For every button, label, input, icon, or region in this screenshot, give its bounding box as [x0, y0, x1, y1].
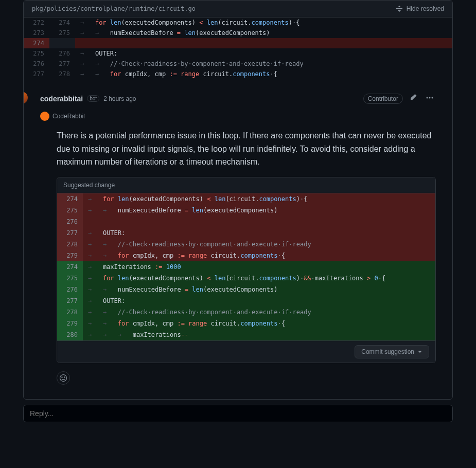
- code-line[interactable]: [75, 38, 452, 48]
- code-line: → → //·Check·readiness·by·component·and·…: [83, 239, 435, 250]
- svg-point-3: [60, 374, 67, 381]
- line-number: 275: [57, 273, 83, 284]
- code-line[interactable]: → → for cmpIdx, cmp := range circuit.com…: [75, 69, 452, 79]
- suggestion-add-row: 277→ OUTER:: [57, 295, 435, 307]
- line-number: 279: [57, 250, 83, 261]
- code-line: → OUTER:: [83, 227, 435, 239]
- reply-input[interactable]: [23, 405, 453, 422]
- diff-row: 277278→ → for cmpIdx, cmp := range circu…: [24, 69, 452, 79]
- hide-resolved-label: Hide resolved: [407, 5, 444, 12]
- code-line[interactable]: → OUTER:: [75, 48, 452, 59]
- code-line: → for len(executedComponents) < len(circ…: [83, 193, 435, 205]
- line-number-new[interactable]: [49, 38, 75, 48]
- diff-row: 273275→ → numExecutedBefore = len(execut…: [24, 28, 452, 38]
- suggestion-box: Suggested change 274→ for len(executedCo…: [57, 177, 436, 363]
- brand-label: CodeRabbit: [52, 113, 85, 120]
- line-number: 277: [57, 295, 83, 307]
- line-number-old[interactable]: 277: [24, 69, 49, 79]
- code-line: → for len(executedComponents) < len(circ…: [83, 273, 435, 284]
- suggestion-del-row: 279→ → for cmpIdx, cmp := range circuit.…: [57, 250, 435, 261]
- code-line: [83, 216, 435, 227]
- line-number-new[interactable]: 276: [49, 48, 75, 59]
- code-line: → → //·Check·readiness·by·component·and·…: [83, 307, 435, 318]
- line-number: 276: [57, 216, 83, 227]
- rabbit-icon: [40, 112, 49, 121]
- line-number-new[interactable]: 277: [49, 59, 75, 69]
- svg-point-1: [429, 97, 431, 99]
- svg-point-0: [427, 97, 428, 99]
- chevron-down-icon: [417, 349, 422, 354]
- line-number-old[interactable]: 273: [24, 28, 49, 38]
- suggestion-add-row: 276→ → numExecutedBefore = len(executedC…: [57, 284, 435, 295]
- line-number: 280: [57, 329, 83, 340]
- suggestion-add-row: 275→ for len(executedComponents) < len(c…: [57, 273, 435, 284]
- file-header: pkg/policies/controlplane/runtime/circui…: [24, 1, 452, 17]
- suggestion-header: Suggested change: [57, 177, 435, 193]
- hide-resolved-button[interactable]: Hide resolved: [395, 5, 444, 13]
- code-line: → OUTER:: [83, 295, 435, 307]
- kebab-icon[interactable]: [424, 92, 436, 105]
- suggestion-add-row: 279→ → for cmpIdx, cmp := range circuit.…: [57, 318, 435, 329]
- diff-row: 272274→ for len(executedComponents) < le…: [24, 17, 452, 28]
- line-number: 279: [57, 318, 83, 329]
- line-number: 278: [57, 307, 83, 318]
- line-number-old[interactable]: 274: [24, 38, 49, 48]
- line-number: 278: [57, 239, 83, 250]
- bot-badge: bot: [87, 95, 99, 102]
- suggestion-del-row: 278→ → //·Check·readiness·by·component·a…: [57, 239, 435, 250]
- smiley-icon: [59, 374, 67, 382]
- comment-timestamp[interactable]: 2 hours ago: [103, 95, 136, 102]
- code-line: → → → maxIterations--: [83, 329, 435, 340]
- review-thread: pkg/policies/controlplane/runtime/circui…: [23, 0, 453, 400]
- add-reaction-button[interactable]: [57, 371, 70, 385]
- comment-author[interactable]: coderabbitai: [40, 95, 83, 103]
- line-number-old[interactable]: 275: [24, 48, 49, 59]
- comment-container: coderabbitai bot 2 hours ago Contributor…: [24, 79, 452, 399]
- suggestion-del-row: 276: [57, 216, 435, 227]
- svg-point-2: [432, 97, 433, 99]
- collapse-icon: [395, 5, 403, 13]
- line-number-old[interactable]: 276: [24, 59, 49, 69]
- code-line: → → numExecutedBefore = len(executedComp…: [83, 205, 435, 216]
- line-number-new[interactable]: 275: [49, 28, 75, 38]
- code-line: → maxIterations := 1000: [83, 261, 435, 273]
- diff-row: 275276→ OUTER:: [24, 48, 452, 59]
- comment-header: coderabbitai bot 2 hours ago Contributor: [32, 87, 444, 105]
- comment-text: There is a potential performance issue i…: [32, 129, 444, 177]
- code-line[interactable]: → → //·Check·readiness·by·component·and·…: [75, 59, 452, 69]
- suggestion-del-row: 277→ OUTER:: [57, 227, 435, 239]
- file-path[interactable]: pkg/policies/controlplane/runtime/circui…: [32, 5, 196, 12]
- coderabbit-brand[interactable]: CodeRabbit: [32, 112, 444, 121]
- commit-suggestion-button[interactable]: Commit suggestion: [355, 345, 429, 358]
- suggestion-footer: Commit suggestion: [57, 340, 435, 363]
- diff-row: 274: [24, 38, 452, 48]
- diff-row: 276277→ → //·Check·readiness·by·componen…: [24, 59, 452, 69]
- code-line: → → for cmpIdx, cmp := range circuit.com…: [83, 318, 435, 329]
- line-number: 274: [57, 261, 83, 273]
- reply-box: [23, 405, 453, 422]
- line-number-old[interactable]: 272: [24, 17, 49, 28]
- contributor-badge: Contributor: [363, 94, 403, 104]
- svg-point-5: [64, 377, 65, 377]
- code-line[interactable]: → → numExecutedBefore = len(executedComp…: [75, 28, 452, 38]
- line-number: 277: [57, 227, 83, 239]
- suggestion-add-row: 278→ → //·Check·readiness·by·component·a…: [57, 307, 435, 318]
- line-number: 275: [57, 205, 83, 216]
- code-line[interactable]: → for len(executedComponents) < len(circ…: [75, 17, 452, 28]
- avatar[interactable]: [23, 92, 28, 104]
- line-number-new[interactable]: 278: [49, 69, 75, 79]
- suggestion-table: 274→ for len(executedComponents) < len(c…: [57, 193, 435, 340]
- line-number: 274: [57, 193, 83, 205]
- line-number-new[interactable]: 274: [49, 17, 75, 28]
- code-line: → → numExecutedBefore = len(executedComp…: [83, 284, 435, 295]
- suggestion-add-row: 274→ maxIterations := 1000: [57, 261, 435, 273]
- commit-label: Commit suggestion: [361, 348, 414, 355]
- edit-icon[interactable]: [407, 92, 419, 105]
- suggestion-del-row: 274→ for len(executedComponents) < len(c…: [57, 193, 435, 205]
- suggestion-add-row: 280→ → → maxIterations--: [57, 329, 435, 340]
- svg-point-4: [62, 377, 62, 377]
- suggestion-del-row: 275→ → numExecutedBefore = len(executedC…: [57, 205, 435, 216]
- code-line: → → for cmpIdx, cmp := range circuit.com…: [83, 250, 435, 261]
- diff-table: 272274→ for len(executedComponents) < le…: [24, 17, 452, 79]
- line-number: 276: [57, 284, 83, 295]
